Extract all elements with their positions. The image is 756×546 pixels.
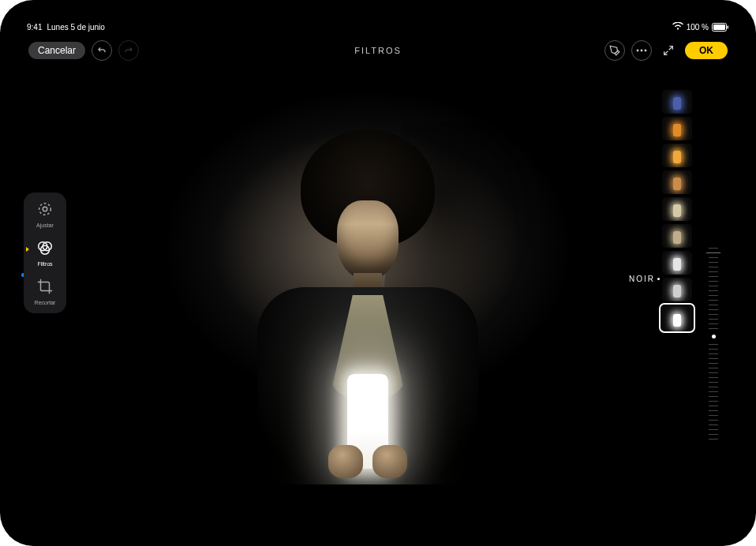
svg-point-5 bbox=[645, 50, 647, 52]
intensity-handle[interactable] bbox=[712, 335, 716, 338]
fullscreen-button[interactable] bbox=[658, 40, 679, 61]
crop-icon bbox=[36, 278, 54, 298]
filters-icon bbox=[36, 239, 54, 260]
sidebar-item-adjust[interactable]: Ajustar bbox=[24, 200, 66, 228]
edited-photo bbox=[115, 90, 620, 484]
sidebar-item-label: Recortar bbox=[35, 300, 56, 305]
sidebar-item-label: Filtros bbox=[37, 261, 52, 267]
editor-mode-title: FILTROS bbox=[354, 46, 402, 55]
svg-point-3 bbox=[637, 50, 639, 52]
sidebar-item-filters[interactable]: Filtros bbox=[24, 239, 66, 267]
status-bar: 9:41 Lunes 5 de junio 100 % bbox=[19, 19, 737, 35]
battery-percent: 100 % bbox=[687, 23, 709, 32]
edit-mode-sidebar: Ajustar Filtros Recortar bbox=[24, 193, 66, 313]
battery-icon bbox=[712, 23, 729, 32]
svg-point-7 bbox=[43, 207, 47, 211]
intensity-slider[interactable] bbox=[705, 248, 721, 500]
markup-button[interactable] bbox=[604, 40, 625, 61]
sidebar-item-crop[interactable]: Recortar bbox=[24, 278, 66, 305]
filter-thumb[interactable] bbox=[661, 305, 694, 331]
photo-canvas[interactable] bbox=[74, 66, 661, 508]
done-button[interactable]: OK bbox=[685, 42, 728, 59]
filter-thumb[interactable] bbox=[662, 117, 692, 140]
status-time: 9:41 bbox=[27, 23, 42, 32]
filter-thumb[interactable] bbox=[662, 197, 692, 221]
svg-rect-2 bbox=[728, 25, 729, 28]
wifi-icon bbox=[672, 22, 683, 32]
filter-thumb[interactable] bbox=[662, 278, 692, 301]
redo-button[interactable] bbox=[118, 40, 139, 61]
undo-button[interactable] bbox=[92, 40, 112, 61]
adjust-icon bbox=[36, 200, 54, 221]
cancel-button[interactable]: Cancelar bbox=[28, 42, 85, 59]
more-button[interactable] bbox=[631, 40, 652, 61]
sidebar-item-label: Ajustar bbox=[36, 223, 54, 228]
status-date: Lunes 5 de junio bbox=[47, 23, 104, 32]
selected-filter-label: NOIR bbox=[629, 275, 655, 283]
editor-toolbar: Cancelar FILTROS OK bbox=[19, 35, 737, 66]
svg-point-4 bbox=[641, 50, 643, 52]
filter-thumb[interactable] bbox=[662, 90, 692, 114]
filter-thumbnails[interactable] bbox=[660, 90, 694, 331]
filter-thumb[interactable] bbox=[662, 224, 692, 248]
svg-point-6 bbox=[39, 204, 51, 215]
filter-thumb[interactable] bbox=[662, 144, 692, 167]
svg-rect-1 bbox=[713, 24, 725, 30]
filter-thumb[interactable] bbox=[662, 251, 692, 275]
filter-thumb[interactable] bbox=[662, 170, 692, 194]
